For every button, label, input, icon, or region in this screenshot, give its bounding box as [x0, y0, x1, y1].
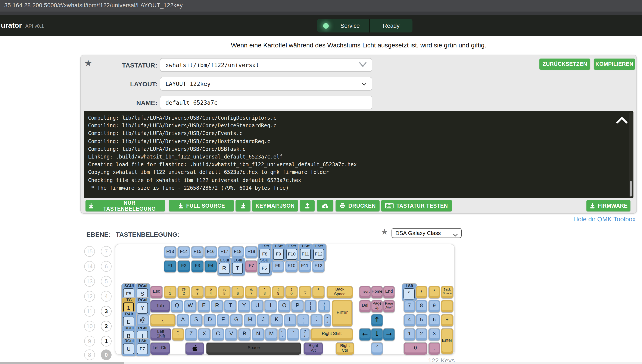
- key-End[interactable]: End: [383, 286, 394, 298]
- key-Enter[interactable]: Enter: [441, 328, 453, 354]
- key-F14[interactable]: F14: [178, 246, 190, 258]
- key-2[interactable]: 2: [416, 328, 427, 340]
- key-F16[interactable]: F16: [205, 246, 217, 258]
- key-/[interactable]: /: [416, 286, 427, 298]
- layer-button-14[interactable]: 14: [84, 261, 95, 272]
- key-RGui-U[interactable]: RGuiU: [122, 339, 136, 356]
- key-S[interactable]: S: [190, 314, 202, 326]
- key-{-[[interactable]: {[: [305, 300, 316, 312]
- key-%-5[interactable]: %5: [218, 286, 230, 298]
- key-Space[interactable]: Space: [206, 343, 301, 354]
- key-F17[interactable]: F17: [218, 246, 230, 258]
- layer-button-7[interactable]: 7: [101, 246, 112, 256]
- key-F1[interactable]: F1: [164, 260, 176, 272]
- console-scrollbar[interactable]: [629, 112, 632, 198]
- key-↓[interactable]: ↓: [371, 328, 383, 340]
- horizontal-scrollbar[interactable]: [0, 362, 642, 364]
- key-|-\[interactable]: |\: [151, 314, 175, 326]
- key-LGui-R[interactable]: LGuiR: [218, 258, 232, 276]
- upload-keymap-json-button[interactable]: [300, 200, 315, 212]
- favorite-keycap-style-star-icon[interactable]: ★: [381, 228, 388, 236]
- download-keymap-button[interactable]: NUR TASTENBELEGUNG: [86, 200, 165, 212]
- key-Back-Space[interactable]: BackSpace: [327, 286, 353, 298]
- key-L[interactable]: L: [284, 314, 296, 326]
- layer-button-15[interactable]: 15: [84, 246, 95, 256]
- key-LSft->-.[interactable]: LSft>.: [402, 284, 417, 301]
- key-J[interactable]: J: [257, 314, 269, 326]
- layer-button-4[interactable]: 4: [101, 291, 112, 302]
- key-Left Ctrl[interactable]: Left Ctrl: [151, 343, 170, 354]
- key-F12[interactable]: F12: [312, 260, 324, 272]
- key-5[interactable]: 5: [416, 314, 427, 326]
- print-button[interactable]: DRUCKEN: [336, 200, 380, 212]
- import-cloud-button[interactable]: [317, 200, 333, 212]
- key-Page-Down[interactable]: PageDown: [383, 300, 394, 312]
- layer-button-12[interactable]: 12: [84, 291, 95, 302]
- key-R[interactable]: R: [211, 300, 223, 312]
- layer-button-13[interactable]: 13: [84, 276, 95, 286]
- key-~-`[interactable]: ~`: [172, 328, 184, 340]
- qmk-toolbox-link[interactable]: Hole dir QMK Toolbox: [573, 215, 635, 222]
- key-LSft-F11[interactable]: LSftF11: [299, 244, 313, 262]
- key-N[interactable]: N: [252, 328, 264, 340]
- key-#-3[interactable]: #3: [192, 286, 204, 298]
- key-!-1[interactable]: !1: [164, 286, 176, 298]
- key-Left-Shift[interactable]: LeftShift: [151, 328, 171, 340]
- key-Right-Alt[interactable]: RightAlt: [304, 343, 323, 354]
- key-:-;[interactable]: :;: [298, 314, 309, 326]
- key-~-#[interactable]: ~#: [324, 314, 331, 326]
- key-Right Shift[interactable]: Right Shift: [311, 328, 353, 340]
- key-F18[interactable]: F18: [232, 246, 244, 258]
- key->-.[interactable]: >.: [371, 343, 383, 354]
- key-G[interactable]: G: [230, 314, 242, 326]
- test-keyboard-button[interactable]: TASTATUR TESTEN: [381, 200, 452, 212]
- key-*[interactable]: *: [429, 286, 440, 298]
- key-U[interactable]: U: [251, 300, 263, 312]
- key-F13[interactable]: F13: [164, 246, 176, 258]
- layer-button-8[interactable]: 8: [84, 349, 95, 360]
- download-full-source-button[interactable]: FULL SOURCE: [169, 200, 234, 212]
- key-←[interactable]: ←: [359, 328, 371, 340]
- key-P[interactable]: P: [292, 300, 303, 312]
- key-↑[interactable]: ↑: [371, 314, 383, 326]
- key-Page-Up[interactable]: PageUp: [371, 300, 383, 312]
- key-M[interactable]: M: [265, 328, 277, 340]
- key-B[interactable]: B: [239, 328, 251, 340]
- key-Back-Space[interactable]: BackSpace: [441, 286, 453, 298]
- keymap-json-label-button[interactable]: KEYMAP.JSON: [252, 200, 298, 212]
- key-)-0[interactable]: )0: [286, 286, 298, 298]
- key-<-,[interactable]: <,: [279, 328, 286, 340]
- key-@-2[interactable]: @2: [178, 286, 190, 298]
- compile-button[interactable]: KOMPILIEREN: [594, 58, 635, 70]
- reset-button[interactable]: ZURÜCKSETZEN: [539, 58, 590, 70]
- key-(-9[interactable]: (9: [272, 286, 284, 298]
- key-F2[interactable]: F2: [178, 260, 190, 272]
- key-F[interactable]: F: [217, 314, 229, 326]
- key-^-6[interactable]: ^6: [232, 286, 244, 298]
- key-V[interactable]: V: [225, 328, 237, 340]
- layout-select[interactable]: LAYOUT_122key: [160, 77, 372, 90]
- keymap-name-input[interactable]: default_6523a7c: [160, 96, 372, 109]
- key-F11[interactable]: F11: [299, 260, 311, 272]
- key-LSft-F9[interactable]: LSftF9: [272, 244, 286, 262]
- key-0[interactable]: 0: [404, 343, 427, 354]
- key-O[interactable]: O: [278, 300, 290, 312]
- key-+[interactable]: +: [441, 314, 453, 326]
- key-1[interactable]: 1: [404, 328, 415, 340]
- key-K[interactable]: K: [271, 314, 283, 326]
- keycap-style-select[interactable]: DSA Galaxy Class: [391, 228, 462, 238]
- key-X[interactable]: X: [198, 328, 210, 340]
- key-8[interactable]: 8: [416, 300, 427, 312]
- key-Y[interactable]: Y: [238, 300, 250, 312]
- collapse-console-icon[interactable]: [616, 116, 628, 124]
- key-→[interactable]: →: [383, 328, 394, 340]
- key-Del[interactable]: Del: [359, 300, 371, 312]
- key-Right-Ctrl[interactable]: RightCtrl: [336, 343, 354, 354]
- key--[interactable]: -: [441, 300, 453, 312]
- key-$-4[interactable]: $4: [205, 286, 217, 298]
- layer-button-1[interactable]: 1: [101, 336, 112, 346]
- browser-address-bar[interactable]: 35.164.28.200:5000/#/xwhatsit/ibm/f122/u…: [0, 0, 642, 12]
- layer-button-5[interactable]: 5: [101, 276, 112, 286]
- keyboard-select[interactable]: xwhatsit/ibm/f122/universal: [160, 58, 372, 72]
- key-C[interactable]: C: [212, 328, 224, 340]
